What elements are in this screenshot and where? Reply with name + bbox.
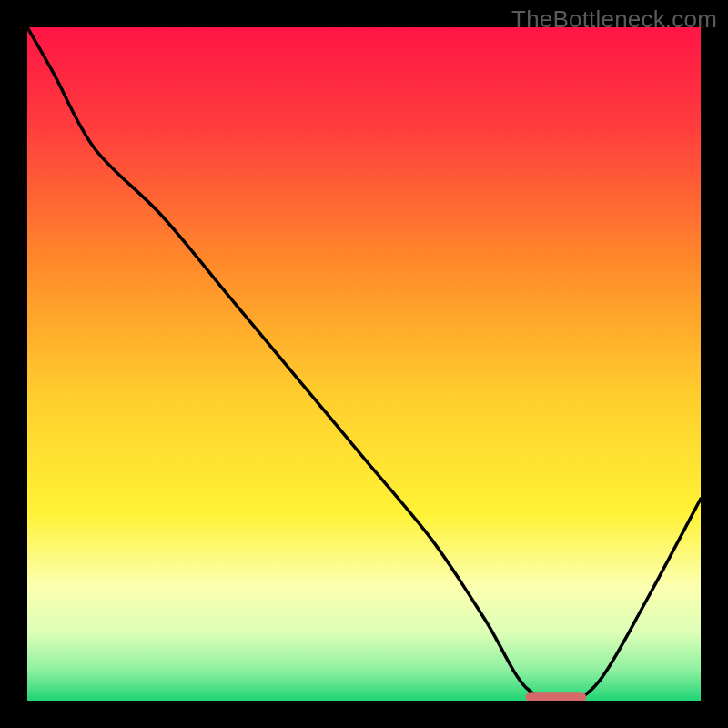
gradient-background: [27, 27, 701, 701]
watermark-text: TheBottleneck.com: [511, 5, 717, 34]
chart-frame: TheBottleneck.com: [0, 0, 728, 728]
plot-area: [27, 27, 701, 706]
optimal-marker: [526, 692, 587, 701]
chart-svg: [27, 27, 701, 701]
